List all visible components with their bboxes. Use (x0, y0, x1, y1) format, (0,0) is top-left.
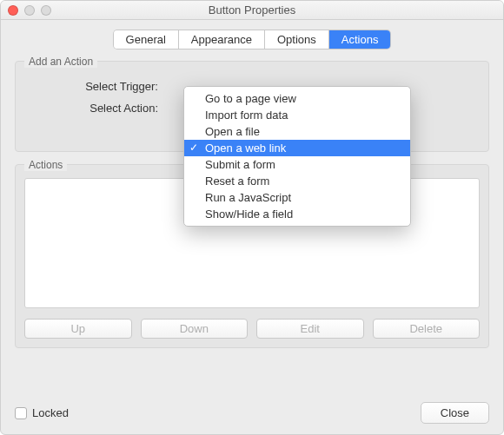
close-window-icon[interactable] (8, 5, 18, 16)
dropdown-option-label: Import form data (205, 109, 288, 122)
traffic-lights (1, 5, 51, 16)
window-body: GeneralAppearanceOptionsActions Add an A… (1, 20, 503, 434)
dropdown-option-label: Run a JavaScript (205, 191, 291, 204)
window-title: Button Properties (1, 3, 503, 16)
dropdown-option[interactable]: Run a JavaScript (184, 189, 410, 206)
dropdown-option[interactable]: Submit a form (184, 156, 410, 173)
dropdown-option[interactable]: Reset a form (184, 173, 410, 189)
zoom-window-icon (41, 5, 51, 16)
actions-button-row: Up Down Edit Delete (16, 319, 488, 347)
down-button[interactable]: Down (141, 319, 249, 339)
dropdown-option-label: Submit a form (205, 158, 275, 171)
delete-button[interactable]: Delete (373, 319, 481, 339)
action-dropdown-popup[interactable]: Go to a page viewImport form dataOpen a … (183, 86, 411, 227)
dropdown-option[interactable]: ✓Open a web link (184, 140, 410, 156)
tab-general[interactable]: General (114, 30, 179, 49)
actions-group-label: Actions (24, 159, 67, 171)
titlebar: Button Properties (1, 1, 503, 20)
tab-bar: GeneralAppearanceOptionsActions (15, 30, 489, 49)
trigger-label: Select Trigger: (28, 80, 167, 93)
window: Button Properties GeneralAppearanceOptio… (0, 0, 504, 435)
locked-checkbox[interactable]: Locked (15, 406, 69, 419)
checkbox-box-icon[interactable] (15, 407, 27, 419)
locked-label: Locked (32, 406, 69, 419)
edit-button[interactable]: Edit (256, 319, 364, 339)
dropdown-option-label: Go to a page view (205, 92, 296, 105)
minimize-window-icon (24, 5, 35, 16)
action-label: Select Action: (28, 102, 167, 115)
checkmark-icon: ✓ (189, 142, 198, 154)
tab-actions[interactable]: Actions (329, 30, 391, 49)
dropdown-option[interactable]: Go to a page view (184, 90, 410, 107)
up-button[interactable]: Up (24, 319, 132, 339)
dropdown-option-label: Open a web link (205, 142, 286, 155)
dropdown-option[interactable]: Show/Hide a field (184, 206, 410, 222)
tab-options[interactable]: Options (265, 30, 329, 49)
dropdown-option-label: Reset a form (205, 175, 269, 188)
dropdown-option[interactable]: Import form data (184, 107, 410, 123)
dropdown-option-label: Show/Hide a field (205, 208, 293, 221)
dropdown-option[interactable]: Open a file (184, 123, 410, 140)
footer: Locked Close (15, 402, 489, 424)
add-action-label: Add an Action (24, 56, 97, 68)
dropdown-option-label: Open a file (205, 125, 260, 138)
close-button[interactable]: Close (421, 402, 489, 424)
tab-appearance[interactable]: Appearance (179, 30, 265, 49)
